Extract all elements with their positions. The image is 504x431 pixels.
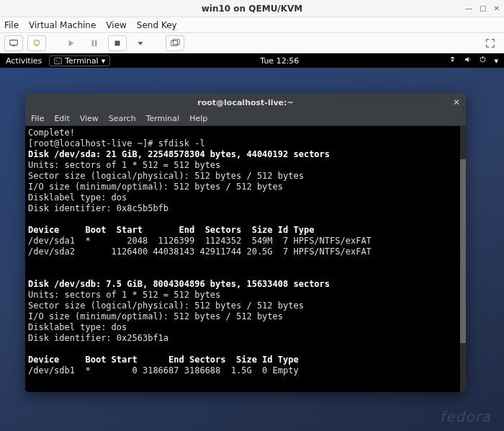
separator <box>154 35 161 51</box>
term-menu-terminal[interactable]: Terminal <box>146 114 180 123</box>
activities-button[interactable]: Activities <box>6 56 42 66</box>
line-iosize-b: I/O size (minimum/optimal): 512 bytes / … <box>28 311 283 321</box>
vm-display: Activities Terminal ▾ Tue 12:56 ▾ fedora… <box>0 53 504 431</box>
shutdown-dropdown[interactable] <box>131 35 150 51</box>
separator <box>50 35 58 51</box>
line-labeltype: Disklabel type: dos <box>28 192 127 203</box>
network-icon[interactable] <box>449 55 456 66</box>
menu-virtual-machine[interactable]: Virtual Machine <box>29 20 96 30</box>
chevron-down-icon <box>135 38 145 48</box>
svg-rect-5 <box>92 40 94 46</box>
fullscreen-icon <box>485 38 495 48</box>
terminal-title: root@localhost-live:~ <box>25 98 466 107</box>
svg-marker-8 <box>138 42 143 45</box>
power-icon[interactable] <box>479 55 487 66</box>
pause-button[interactable] <box>85 35 104 51</box>
minimize-button[interactable]: — <box>465 4 472 12</box>
menu-send-key[interactable]: Send Key <box>137 20 177 30</box>
fullscreen-button[interactable] <box>481 35 500 51</box>
line-sdb-id: Disk identifier: 0x2563bf1a <box>28 333 168 343</box>
svg-rect-7 <box>115 40 120 45</box>
play-icon <box>66 38 76 48</box>
host-menubar: File Virtual Machine View Send Key <box>0 17 504 33</box>
system-menu-chevron[interactable]: ▾ <box>494 56 498 66</box>
terminal-window: root@localhost-live:~ ✕ File Edit View S… <box>25 93 466 392</box>
snapshot-button[interactable] <box>166 35 184 51</box>
host-window-title: win10 on QEMU/KVM <box>0 4 504 14</box>
terminal-scrollbar[interactable] <box>460 126 466 392</box>
svg-rect-11 <box>55 58 62 63</box>
close-button[interactable]: ✕ <box>494 4 500 12</box>
svg-rect-10 <box>173 39 179 44</box>
line-labeltype-b: Disklabel type: dos <box>28 322 127 332</box>
terminal-close-button[interactable]: ✕ <box>453 97 460 107</box>
term-menu-view[interactable]: View <box>80 114 99 123</box>
menu-view[interactable]: View <box>106 20 126 30</box>
svg-rect-3 <box>36 45 37 46</box>
line-complete: Complete! <box>28 128 75 138</box>
term-menu-search[interactable]: Search <box>109 114 136 123</box>
line-sdb1: /dev/sdb1 * 0 3186687 3186688 1.5G 0 Emp… <box>28 365 299 376</box>
info-button[interactable] <box>27 35 46 51</box>
svg-rect-9 <box>171 40 178 45</box>
fedora-watermark: fedora <box>440 408 491 425</box>
line-units-b: Units: sectors of 1 * 512 = 512 bytes <box>28 290 220 300</box>
line-sector: Sector size (logical/physical): 512 byte… <box>28 171 304 181</box>
svg-rect-1 <box>12 45 15 46</box>
scrollbar-thumb[interactable] <box>460 159 466 343</box>
maximize-button[interactable]: □ <box>480 4 486 12</box>
terminal-menubar: File Edit View Search Terminal Help <box>25 112 466 126</box>
terminal-icon <box>54 57 62 65</box>
clock[interactable]: Tue 12:56 <box>110 56 449 66</box>
chevron-down-icon: ▾ <box>102 56 106 66</box>
snapshot-icon <box>170 38 180 48</box>
line-table-header-a: Device Boot Start End Sectors Size Id Ty… <box>28 225 314 235</box>
line-sda2: /dev/sda2 1126400 44038143 42911744 20.5… <box>28 246 372 257</box>
line-prompt: [root@localhost-live ~]# sfdisk -l <box>28 138 205 148</box>
term-menu-help[interactable]: Help <box>189 114 207 123</box>
svg-rect-6 <box>95 40 97 46</box>
shutdown-button[interactable] <box>108 35 127 51</box>
lightbulb-icon <box>32 38 42 48</box>
gnome-top-bar: Activities Terminal ▾ Tue 12:56 ▾ <box>0 53 504 68</box>
monitor-icon <box>9 38 19 48</box>
pause-icon <box>89 38 99 48</box>
stop-icon <box>112 38 122 48</box>
line-table-header-b: Device Boot Start End Sectors Size Id Ty… <box>28 355 299 365</box>
volume-icon[interactable] <box>464 55 472 66</box>
term-menu-file[interactable]: File <box>31 114 44 123</box>
line-sda1: /dev/sda1 * 2048 1126399 1124352 549M 7 … <box>28 236 372 246</box>
line-iosize: I/O size (minimum/optimal): 512 bytes / … <box>28 182 283 192</box>
svg-rect-13 <box>483 56 484 58</box>
terminal-titlebar[interactable]: root@localhost-live:~ ✕ <box>25 93 466 112</box>
line-units: Units: sectors of 1 * 512 = 512 bytes <box>28 160 220 170</box>
line-sdb-header: Disk /dev/sdb: 7.5 GiB, 8004304896 bytes… <box>28 279 330 289</box>
play-button[interactable] <box>62 35 81 51</box>
console-button[interactable] <box>4 35 23 51</box>
host-titlebar: win10 on QEMU/KVM — □ ✕ <box>0 0 504 17</box>
app-menu-terminal[interactable]: Terminal ▾ <box>49 55 110 66</box>
term-menu-edit[interactable]: Edit <box>54 114 69 123</box>
svg-marker-4 <box>69 40 74 46</box>
line-sector-b: Sector size (logical/physical): 512 byte… <box>28 301 304 311</box>
svg-point-2 <box>35 40 40 45</box>
menu-file[interactable]: File <box>4 20 19 30</box>
host-toolbar <box>0 33 504 53</box>
terminal-body[interactable]: Complete! [root@localhost-live ~]# sfdis… <box>25 126 466 392</box>
line-sda-id: Disk identifier: 0x8c5b5bfb <box>28 203 168 213</box>
line-sda-header: Disk /dev/sda: 21 GiB, 22548578304 bytes… <box>28 149 330 159</box>
svg-rect-0 <box>10 40 18 45</box>
app-menu-label: Terminal <box>65 56 99 66</box>
